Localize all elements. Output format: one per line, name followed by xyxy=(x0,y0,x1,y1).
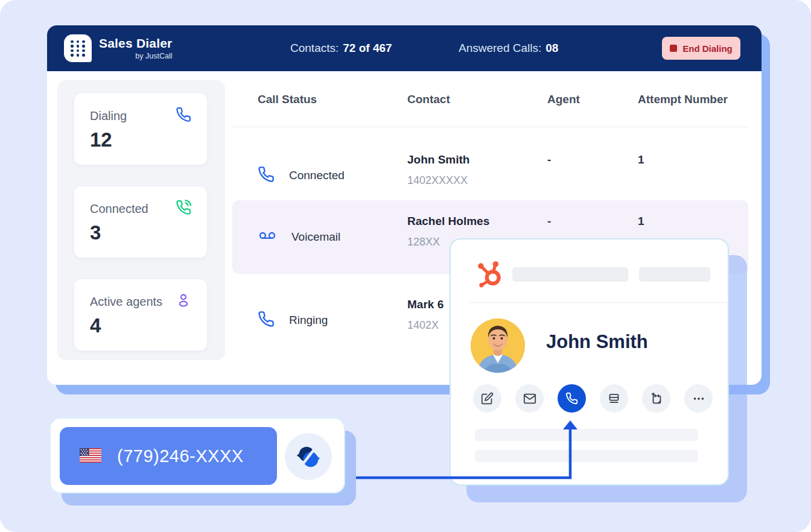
stat-card-active-agents: Active agents 4 xyxy=(74,279,207,350)
phone-connected-icon xyxy=(176,200,191,218)
outgoing-number: (779)246-XXXX xyxy=(117,446,244,466)
agent-cell: - xyxy=(547,153,551,166)
contacts-counter: Contacts:72 of 467 xyxy=(290,25,392,71)
stat-label: Active agents xyxy=(90,295,162,309)
contact-phone: 1402X xyxy=(407,319,444,332)
tasks-icon xyxy=(608,392,620,405)
placeholder-bar xyxy=(512,267,628,282)
contact-name: Mark 6 xyxy=(407,298,444,311)
voicemail-icon xyxy=(258,227,277,247)
justcall-logo-icon xyxy=(294,443,322,470)
stat-value: 12 xyxy=(90,128,191,151)
call-status: Voicemail xyxy=(291,230,340,244)
edit-icon xyxy=(481,392,494,405)
contact-name: Rachel Holmes xyxy=(407,215,489,228)
column-header-call-status: Call Status xyxy=(258,93,317,106)
phone-icon xyxy=(565,392,578,405)
call-button[interactable] xyxy=(558,384,586,413)
column-header-agent: Agent xyxy=(547,93,580,106)
avatar xyxy=(471,318,525,373)
column-header-attempt-number: Attempt Number xyxy=(638,93,728,106)
end-dialing-button[interactable]: End Dialing xyxy=(662,37,740,60)
stat-label: Dialing xyxy=(90,109,127,123)
column-header-contact: Contact xyxy=(407,93,450,106)
attempt-cell: 1 xyxy=(638,215,644,228)
crm-contact-name: John Smith xyxy=(546,331,648,353)
outgoing-number-button[interactable]: (779)246-XXXX xyxy=(60,427,277,485)
brand-subtitle: by JustCall xyxy=(135,52,172,60)
call-status: Connected xyxy=(289,169,345,182)
stat-value: 4 xyxy=(90,314,191,337)
calendar-add-icon xyxy=(650,392,663,405)
agent-cell: - xyxy=(547,215,551,228)
placeholder-bar xyxy=(639,267,710,282)
email-icon xyxy=(523,392,536,405)
stat-card-connected: Connected 3 xyxy=(74,186,207,258)
topbar: Sales Dialer by JustCall Contacts:72 of … xyxy=(47,25,762,71)
table-header-divider xyxy=(232,127,748,127)
brand-title: Sales Dialer xyxy=(99,36,172,51)
calendar-add-button[interactable] xyxy=(642,384,670,413)
divider xyxy=(469,302,728,303)
email-button[interactable] xyxy=(515,384,544,413)
attempt-cell: 1 xyxy=(638,153,644,166)
stop-icon xyxy=(670,45,677,52)
dialpad-logo-icon xyxy=(64,34,92,62)
answered-calls-counter: Answered Calls:08 xyxy=(459,25,558,71)
phone-icon xyxy=(176,107,191,125)
phone-icon xyxy=(258,166,275,185)
stat-label: Connected xyxy=(90,202,148,216)
connector-arrow xyxy=(354,419,579,481)
ellipsis-icon xyxy=(692,392,705,405)
stat-card-dialing: Dialing 12 xyxy=(74,93,207,165)
stat-value: 3 xyxy=(90,221,191,244)
agents-icon xyxy=(176,293,191,311)
us-flag-icon xyxy=(80,448,101,464)
tasks-button[interactable] xyxy=(600,384,628,413)
hubspot-logo-icon xyxy=(475,259,505,291)
dialer-number-widget: (779)246-XXXX xyxy=(49,417,345,493)
phone-icon xyxy=(258,311,275,330)
justcall-logo-badge xyxy=(285,433,332,480)
brand: Sales Dialer by JustCall xyxy=(64,34,172,62)
contact-name: John Smith xyxy=(407,153,469,166)
contact-phone: 1402XXXXX xyxy=(407,174,469,187)
edit-button[interactable] xyxy=(473,384,501,413)
stats-sidebar: Dialing 12 Connected 3 Active xyxy=(57,80,225,360)
page-background: Sales Dialer by JustCall Contacts:72 of … xyxy=(0,0,811,532)
call-status: Ringing xyxy=(289,314,328,327)
more-button[interactable] xyxy=(684,384,713,413)
